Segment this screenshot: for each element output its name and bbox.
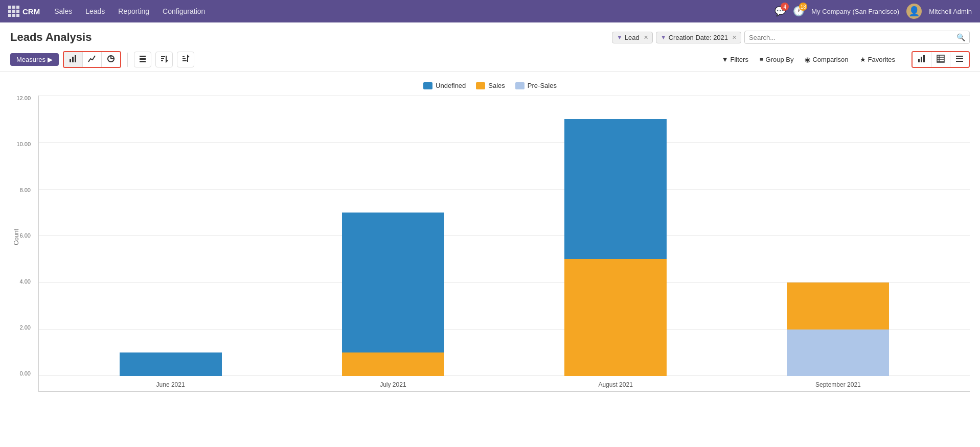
svg-rect-5: [140, 56, 146, 57]
search-area: ▼ Lead ✕ ▼ Creation Date: 2021 ✕ 🔍: [612, 31, 970, 44]
topnav-right: 💬 4 🕐 18 My Company (San Francisco) 👤 Mi…: [774, 4, 972, 19]
date-filter-remove[interactable]: ✕: [732, 34, 737, 41]
svg-rect-22: [956, 56, 963, 57]
pie-chart-btn[interactable]: [102, 52, 120, 67]
date-filter-tag[interactable]: ▼ Creation Date: 2021 ✕: [656, 32, 741, 43]
legend-undefined-label: Undefined: [436, 82, 466, 89]
chart-wrapper: Count 12.00 10.00 8.00 6.00 4.00 2.00 0.…: [10, 96, 970, 392]
stack-btn[interactable]: [134, 52, 151, 67]
y-axis-title: Count: [13, 229, 20, 245]
svg-rect-14: [918, 59, 920, 62]
legend-undefined: Undefined: [423, 82, 466, 89]
measures-label: Measures: [16, 56, 45, 63]
table-view-btn[interactable]: [931, 52, 950, 67]
sort-asc-btn[interactable]: [155, 52, 173, 67]
page-header: Leads Analysis ▼ Lead ✕ ▼ Creation Date:…: [0, 22, 980, 48]
y-label-8: 8.00: [20, 187, 31, 193]
chat-badge: 4: [781, 3, 789, 11]
bar-sep-sales: [787, 283, 889, 330]
bar-chart-btn[interactable]: [64, 52, 83, 67]
filter-controls: ▼ Filters ≡ Group By ◉ Comparison ★ Favo…: [718, 51, 970, 68]
bar-july-label: July 2021: [342, 381, 444, 388]
y-label-12: 12.00: [16, 96, 31, 101]
measures-arrow: ▶: [48, 56, 53, 63]
comparison-label: Comparison: [812, 56, 848, 63]
group-by-label: Group By: [766, 56, 794, 63]
y-label-10: 10.00: [16, 142, 31, 147]
chart-plot-area: June 2021 July 2021 August 2: [38, 96, 970, 392]
search-box[interactable]: 🔍: [744, 31, 970, 44]
grid-icon: [8, 6, 19, 17]
filters-icon: ▼: [722, 56, 728, 63]
user-name: Mitchell Admin: [929, 8, 972, 15]
legend-sales-label: Sales: [488, 82, 505, 89]
activity-icon[interactable]: 🕐 18: [793, 6, 804, 17]
toolbar: Measures ▶ ▼ Filters ≡ Group By: [0, 48, 980, 72]
measures-button[interactable]: Measures ▶: [10, 53, 59, 66]
y-label-4: 4.00: [20, 279, 31, 285]
line-chart-btn[interactable]: [83, 52, 102, 67]
top-navigation: CRM Sales Leads Reporting Configuration …: [0, 0, 980, 22]
app-logo[interactable]: CRM: [8, 6, 40, 17]
lead-filter-label: Lead: [625, 34, 640, 41]
lead-filter-tag[interactable]: ▼ Lead ✕: [612, 32, 653, 43]
nav-sales[interactable]: Sales: [48, 4, 78, 18]
bar-august-label: August 2021: [564, 381, 667, 388]
search-icon[interactable]: 🔍: [956, 33, 965, 41]
y-label-6: 6.00: [20, 233, 31, 239]
search-input[interactable]: [749, 34, 956, 41]
bar-sep-presales: [787, 330, 889, 377]
legend-presales-label: Pre-Sales: [528, 82, 557, 89]
star-icon: ★: [860, 56, 866, 63]
chart-legend: Undefined Sales Pre-Sales: [10, 82, 970, 89]
chart-view-btn[interactable]: [913, 52, 931, 67]
user-avatar[interactable]: 👤: [906, 4, 922, 19]
svg-rect-16: [923, 55, 925, 62]
messaging-icon[interactable]: 💬 4: [774, 6, 786, 17]
svg-rect-2: [75, 55, 76, 62]
stacked-bar-july: [342, 213, 444, 376]
svg-rect-24: [956, 61, 963, 62]
bar-august-2021: August 2021: [564, 119, 667, 376]
stacked-bar-august: [564, 119, 667, 376]
bar-june-label: June 2021: [120, 381, 222, 388]
chart-container: Undefined Sales Pre-Sales Count 12.00 10…: [0, 72, 980, 402]
chart-type-selector: [63, 51, 121, 68]
toolbar-separator-1: [127, 53, 128, 67]
stacked-bar-september: [787, 283, 889, 376]
group-by-icon: ≡: [760, 56, 764, 63]
company-name: My Company (San Francisco): [811, 8, 899, 15]
y-label-2: 2.00: [20, 325, 31, 331]
date-filter-label: Creation Date: 2021: [669, 34, 728, 41]
legend-presales: Pre-Sales: [515, 82, 557, 89]
lead-filter-remove[interactable]: ✕: [644, 34, 648, 41]
comparison-button[interactable]: ◉ Comparison: [801, 54, 852, 65]
app-name: CRM: [22, 7, 40, 16]
svg-rect-23: [956, 58, 963, 59]
sort-desc-btn[interactable]: [177, 52, 194, 67]
filters-label: Filters: [731, 56, 748, 63]
nav-configuration[interactable]: Configuration: [156, 4, 211, 18]
filters-button[interactable]: ▼ Filters: [718, 54, 753, 65]
legend-undefined-color: [423, 82, 432, 89]
favorites-label: Favorites: [868, 56, 895, 63]
y-label-0: 0.00: [20, 371, 31, 377]
legend-sales: Sales: [476, 82, 505, 89]
bars-area: June 2021 July 2021 August 2: [39, 96, 970, 376]
svg-rect-0: [70, 59, 71, 62]
bar-june-undefined: [120, 352, 222, 376]
svg-rect-6: [140, 58, 146, 60]
group-by-button[interactable]: ≡ Group By: [756, 54, 798, 65]
legend-presales-color: [515, 82, 525, 89]
bar-august-undefined: [564, 119, 667, 260]
main-navigation: Sales Leads Reporting Configuration: [48, 4, 211, 18]
nav-leads[interactable]: Leads: [79, 4, 111, 18]
nav-reporting[interactable]: Reporting: [112, 4, 155, 18]
page-title: Leads Analysis: [10, 31, 92, 44]
bar-june-2021: June 2021: [120, 352, 222, 376]
svg-rect-7: [140, 61, 146, 62]
favorites-button[interactable]: ★ Favorites: [856, 54, 899, 65]
list-view-btn[interactable]: [950, 52, 969, 67]
legend-sales-color: [476, 82, 485, 89]
svg-rect-15: [921, 57, 922, 62]
